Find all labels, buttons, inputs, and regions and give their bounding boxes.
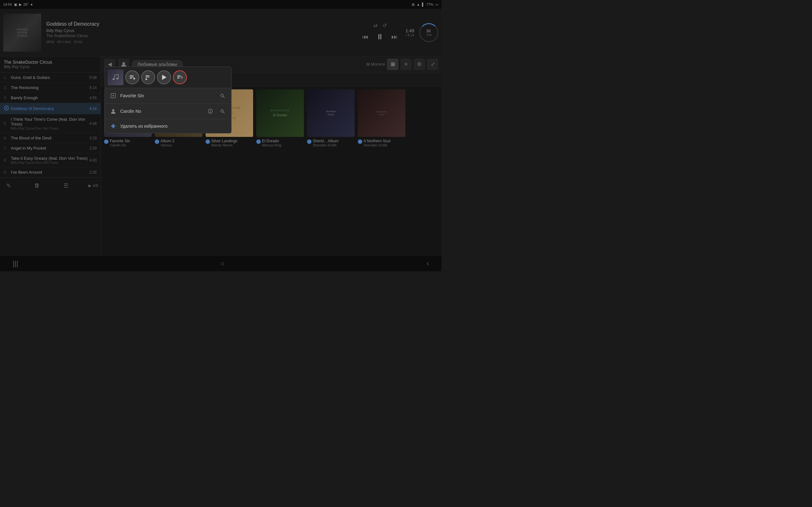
play-button[interactable]: [157, 70, 171, 84]
popup-artist-row[interactable]: Carolin No: [105, 103, 231, 119]
svg-line-29: [223, 112, 224, 113]
music-icon: [110, 93, 116, 99]
popup-album-thumb: [107, 69, 123, 85]
svg-point-9: [116, 78, 118, 79]
popup-album-row[interactable]: Favorite Sin: [105, 88, 231, 103]
svg-rect-12: [130, 78, 132, 78]
svg-marker-13: [134, 77, 136, 80]
album-context-popup: Favorite Sin Carolin No Удалить из избра…: [105, 66, 232, 133]
svg-rect-14: [146, 75, 149, 76]
svg-rect-18: [177, 75, 181, 76]
favorites-icon: [109, 122, 117, 130]
svg-rect-15: [146, 77, 149, 77]
popup-artist-name: Carolin No: [120, 109, 203, 114]
search-artist-button[interactable]: [218, 107, 227, 116]
svg-line-23: [223, 96, 224, 98]
artist-icon: [109, 107, 117, 115]
queue-add-icon: [145, 74, 151, 80]
search-icon: [220, 93, 225, 98]
svg-point-28: [221, 110, 223, 112]
popup-overlay[interactable]: Favorite Sin Carolin No Удалить из избра…: [0, 0, 442, 271]
star-icon: [110, 123, 116, 129]
svg-point-8: [113, 78, 114, 80]
popup-actions-row: [105, 67, 231, 88]
play-now-button[interactable]: [125, 70, 139, 84]
play-icon: [161, 74, 167, 80]
play-list-icon: [129, 74, 136, 80]
svg-rect-10: [130, 75, 134, 76]
svg-marker-16: [146, 78, 148, 80]
svg-rect-11: [130, 77, 134, 77]
svg-rect-19: [177, 77, 181, 77]
add-to-queue-button[interactable]: [141, 70, 155, 84]
svg-point-27: [210, 110, 211, 111]
svg-point-24: [112, 109, 114, 112]
shuffle-play-button[interactable]: [173, 70, 187, 84]
person-icon: [110, 108, 116, 114]
svg-point-22: [221, 94, 223, 97]
music-note-icon: [112, 73, 119, 81]
popup-remove-label: Удалить из избранного: [120, 124, 227, 129]
svg-marker-17: [162, 75, 166, 80]
popup-remove-row[interactable]: Удалить из избранного: [105, 119, 231, 133]
svg-rect-20: [177, 78, 179, 78]
popup-album-title: Favorite Sin: [120, 93, 215, 98]
music-icon: [109, 92, 117, 100]
artist-info-button[interactable]: [206, 107, 215, 116]
info-icon: [208, 109, 213, 114]
shuffle-play-icon: [177, 74, 183, 80]
search-album-button[interactable]: [218, 91, 227, 100]
svg-point-31: [113, 125, 114, 127]
search-icon: [220, 109, 225, 114]
